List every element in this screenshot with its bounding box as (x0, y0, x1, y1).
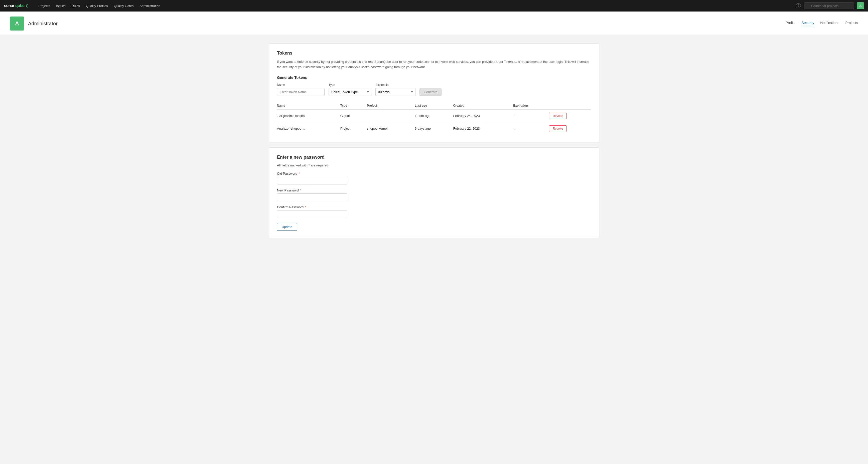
confirm-password-label: Confirm Password * (277, 205, 347, 209)
row1-name: 101 jenkins Tokens (277, 109, 340, 122)
help-icon[interactable]: ? (796, 3, 801, 8)
row2-last-use: 6 days ago (415, 122, 453, 135)
table-row: Analyze *shopee-... Project shopee-kerne… (277, 122, 591, 135)
confirm-password-group: Confirm Password * (277, 205, 347, 218)
user-avatar-large: A (10, 16, 24, 31)
navbar: sonarqube Projects Issues Rules Quality … (0, 0, 868, 11)
row2-type: Project (340, 122, 367, 135)
password-card: Enter a new password All fields marked w… (269, 147, 599, 238)
type-group: Type Select Token Type Global Analysis T… (329, 83, 371, 96)
tab-projects[interactable]: Projects (845, 21, 858, 26)
required-star-2: * (299, 189, 302, 192)
row2-created: February 22, 2023 (453, 122, 514, 135)
row1-type: Global (340, 109, 367, 122)
col-expiration: Expiration (513, 102, 549, 110)
generate-tokens-title: Generate Tokens (277, 75, 591, 79)
nav-quality-gates[interactable]: Quality Gates (112, 3, 136, 9)
new-password-group: New Password * (277, 189, 347, 201)
row2-expiration: – (513, 122, 549, 135)
navbar-right: ? 🔍 A (796, 2, 864, 9)
nav-administration[interactable]: Administration (137, 3, 162, 9)
row2-action: Revoke (549, 122, 591, 135)
token-name-input[interactable] (277, 88, 324, 96)
nav-quality-profiles[interactable]: Quality Profiles (83, 3, 110, 9)
tokens-title: Tokens (277, 51, 591, 56)
new-password-label: New Password * (277, 189, 347, 192)
brand-icon (26, 4, 30, 8)
row2-project: shopee-kernel (367, 122, 415, 135)
row1-last-use: 1 hour ago (415, 109, 453, 122)
tab-security[interactable]: Security (802, 21, 814, 26)
tab-notifications[interactable]: Notifications (820, 21, 839, 26)
search-wrapper: 🔍 (804, 2, 854, 9)
old-password-label: Old Password * (277, 172, 347, 175)
expires-label: Expires in (375, 83, 415, 87)
tokens-table: Name Type Project Last use Created Expir… (277, 102, 591, 135)
token-form: Name Type Select Token Type Global Analy… (277, 83, 591, 96)
row1-action: Revoke (549, 109, 591, 122)
col-project: Project (367, 102, 415, 110)
required-star-1: * (298, 172, 300, 175)
row1-expiration: – (513, 109, 549, 122)
user-avatar-button[interactable]: A (857, 2, 864, 9)
tokens-description: If you want to enforce security by not p… (277, 59, 591, 70)
nav-rules[interactable]: Rules (69, 3, 83, 9)
user-info: A Administrator (10, 16, 58, 31)
nav-projects[interactable]: Projects (36, 3, 53, 9)
row1-project (367, 109, 415, 122)
expires-group: Expires in 30 days 60 days 90 days No ex… (375, 83, 415, 96)
tokens-card: Tokens If you want to enforce security b… (269, 43, 599, 142)
password-title: Enter a new password (277, 155, 591, 160)
brand-qube: qube (15, 3, 24, 8)
col-action (549, 102, 591, 110)
user-name: Administrator (28, 21, 58, 27)
search-input[interactable] (804, 2, 854, 9)
main-content: Tokens If you want to enforce security b… (259, 36, 609, 251)
required-star-3: * (304, 205, 306, 209)
user-header: A Administrator Profile Security Notific… (0, 11, 868, 36)
token-type-select[interactable]: Select Token Type Global Analysis Token … (329, 88, 371, 96)
revoke-button-1[interactable]: Revoke (549, 112, 567, 119)
confirm-password-input[interactable] (277, 210, 347, 218)
password-form: Old Password * New Password * Confirm Pa… (277, 172, 347, 231)
row1-created: February 24, 2023 (453, 109, 514, 122)
col-created: Created (453, 102, 514, 110)
col-last-use: Last use (415, 102, 453, 110)
expires-select[interactable]: 30 days 60 days 90 days No expiration (375, 88, 415, 96)
brand-logo[interactable]: sonarqube (4, 3, 30, 8)
brand-sonar: sonar (4, 3, 14, 8)
name-label: Name (277, 83, 324, 87)
tokens-table-header: Name Type Project Last use Created Expir… (277, 102, 591, 110)
row2-name: Analyze *shopee-... (277, 122, 340, 135)
col-name: Name (277, 102, 340, 110)
old-password-input[interactable] (277, 177, 347, 185)
table-row: 101 jenkins Tokens Global 1 hour ago Feb… (277, 109, 591, 122)
main-nav: Projects Issues Rules Quality Profiles Q… (36, 3, 790, 9)
required-note: All fields marked with * are required (277, 163, 591, 167)
generate-button[interactable]: Generate (420, 88, 441, 96)
update-button[interactable]: Update (277, 223, 297, 231)
col-type: Type (340, 102, 367, 110)
user-tabs: Profile Security Notifications Projects (785, 21, 858, 26)
type-label: Type (329, 83, 371, 87)
old-password-group: Old Password * (277, 172, 347, 185)
revoke-button-2[interactable]: Revoke (549, 125, 567, 132)
name-group: Name (277, 83, 324, 96)
tokens-table-body: 101 jenkins Tokens Global 1 hour ago Feb… (277, 109, 591, 135)
new-password-input[interactable] (277, 194, 347, 201)
nav-issues[interactable]: Issues (54, 3, 68, 9)
tab-profile[interactable]: Profile (785, 21, 796, 26)
